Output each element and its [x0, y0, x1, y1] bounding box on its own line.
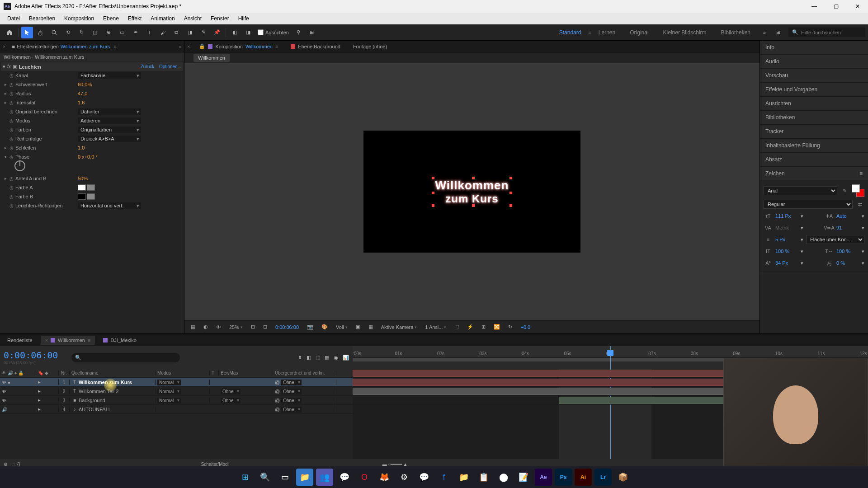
panel-tracker[interactable]: Tracker	[760, 125, 868, 138]
camera-dropdown[interactable]: Aktive Kamera	[378, 324, 420, 331]
viewer[interactable]: Willkommen zum Kurs	[184, 63, 760, 320]
ae-taskbar-icon[interactable]: Ae	[535, 469, 552, 486]
reset-exposure[interactable]: ↻	[505, 323, 515, 331]
help-search-input[interactable]	[801, 30, 862, 35]
exposure-value[interactable]: +0,0	[518, 324, 533, 331]
workspace-standard[interactable]: Standard	[552, 27, 589, 38]
opera-icon[interactable]: O	[356, 469, 373, 486]
layer-name[interactable]: Willkommen Teil 2	[78, 389, 144, 394]
tab-comp-other[interactable]: DJI_Mexiko	[99, 336, 141, 345]
parent-dropdown[interactable]: Ohne	[281, 407, 301, 413]
prop-modus-value[interactable]: Addieren	[78, 117, 141, 124]
help-search[interactable]: 🔍	[788, 28, 865, 37]
prop-radius-value[interactable]: 47,0	[78, 91, 87, 96]
audio-toggle[interactable]: 🔊	[2, 407, 7, 412]
alpha-button[interactable]: ▦	[188, 323, 198, 331]
anchor-tool[interactable]: ⊕	[103, 27, 114, 38]
resolution-dropdown[interactable]: Voll	[333, 324, 350, 331]
tab-renderliste[interactable]: Renderliste	[3, 336, 37, 345]
graph-editor[interactable]: 📊	[343, 355, 349, 361]
visibility-toggle[interactable]: 👁	[2, 380, 6, 385]
whatsapp-icon[interactable]: 💬	[336, 469, 353, 486]
zoom-tool[interactable]	[48, 27, 60, 38]
phase-dial[interactable]	[14, 160, 25, 171]
px-aspect[interactable]: ⬚	[452, 323, 462, 331]
zoom-dropdown[interactable]: 25%	[226, 324, 245, 331]
color-a-swatch[interactable]	[78, 184, 86, 191]
camera-tool[interactable]: ◫	[89, 27, 101, 38]
color-b-swatch[interactable]	[78, 193, 86, 200]
messenger-icon[interactable]: 💬	[415, 469, 433, 486]
frame-blend[interactable]: ▦	[325, 355, 329, 361]
vscale-value[interactable]: 100 %	[775, 249, 798, 254]
layer-search-input[interactable]	[81, 354, 176, 361]
layer-row[interactable]: 👁 ▸ 3 ■ Background Normal Ohne @ Ohne	[0, 396, 353, 405]
font-family[interactable]: Arial	[764, 186, 837, 195]
menu-fenster[interactable]: Fenster	[206, 14, 234, 23]
workspace-kleiner[interactable]: Kleiner Bildschirm	[656, 27, 714, 38]
explorer-icon[interactable]: 📁	[296, 469, 313, 486]
menu-datei[interactable]: Datei	[3, 14, 24, 23]
task-view[interactable]: ▭	[276, 469, 293, 486]
comp-tab-active[interactable]: 🔒 Komposition Willkommen ≡	[195, 42, 282, 51]
ps-taskbar-icon[interactable]: Ps	[555, 469, 572, 486]
parent-dropdown[interactable]: Ohne	[281, 380, 301, 385]
obs-icon[interactable]: ⬤	[495, 469, 512, 486]
selection-tool[interactable]	[21, 27, 33, 38]
kerning-value[interactable]: Metrik	[775, 225, 798, 230]
fast-preview[interactable]: ⚡	[464, 323, 476, 331]
menu-ansicht[interactable]: Ansicht	[179, 14, 206, 23]
layer-row[interactable]: 🔊 ▸ 4 ♪ AUTOUNFALL @ Ohne	[0, 405, 353, 414]
pen-tool[interactable]: ✒	[130, 27, 142, 38]
parent-dropdown[interactable]: Ohne	[281, 398, 301, 404]
panel-vorschau[interactable]: Vorschau	[760, 69, 868, 82]
stopwatch-icon[interactable]: ◷	[8, 72, 14, 79]
fx-icon[interactable]: fx	[7, 64, 11, 69]
prop-farben-value[interactable]: Originalfarben	[78, 127, 141, 133]
parent-dropdown[interactable]: Ohne	[281, 389, 301, 394]
track-matte[interactable]: Ohne	[221, 389, 241, 394]
effect-expand[interactable]: ▾	[3, 64, 5, 70]
facebook-icon[interactable]: f	[435, 469, 453, 486]
prop-reihenfolge-value[interactable]: Dreieck A>B>A	[78, 136, 141, 142]
tl-footer-icon1[interactable]: ⚙	[4, 462, 8, 467]
blend-mode[interactable]: Normal	[157, 398, 181, 404]
zoom-slider[interactable]: ▬ ○━━━━ ▲	[382, 462, 408, 467]
prop-original-value[interactable]: Dahinter	[78, 108, 141, 115]
rotate-tool[interactable]: ↻	[75, 27, 87, 38]
layer-row[interactable]: 👁 ● ▸ 1 T Willkommen zum Kurs Normal @ O…	[0, 378, 353, 387]
menu-hilfe[interactable]: Hilfe	[234, 14, 254, 23]
hand-tool[interactable]	[35, 27, 47, 38]
layer-name[interactable]: AUTOUNFALL	[78, 407, 144, 412]
prop-phase-value[interactable]: 0 x+0,0 °	[78, 154, 98, 160]
menu-effekt[interactable]: Effekt	[123, 14, 146, 23]
comp-mini-flowchart[interactable]: ⬍	[298, 355, 302, 361]
roto-tool[interactable]: ✎	[198, 27, 209, 38]
color-a-picker[interactable]	[87, 184, 95, 191]
layer-search[interactable]: 🔍	[71, 353, 180, 362]
tl-footer-icon3[interactable]: {}	[17, 462, 20, 467]
canvas[interactable]: Willkommen zum Kurs	[363, 131, 580, 253]
mask-button[interactable]: ◐	[201, 323, 211, 331]
close-button[interactable]: ✕	[851, 3, 864, 9]
pickwhip-icon[interactable]: @	[275, 389, 280, 394]
orbit-tool[interactable]: ⟲	[62, 27, 74, 38]
text-layer-preview[interactable]: Willkommen zum Kurs	[435, 178, 509, 205]
menu-animation[interactable]: Animation	[146, 14, 179, 23]
tab-comp-willkommen[interactable]: × Willkommen ≡	[41, 336, 95, 345]
ai-taskbar-icon[interactable]: Ai	[575, 469, 592, 486]
color-b-picker[interactable]	[87, 193, 95, 200]
home-button[interactable]	[4, 27, 15, 38]
app-icon-3[interactable]: 📦	[614, 469, 632, 486]
layer-name[interactable]: Background	[78, 398, 144, 403]
panel-bibliotheken[interactable]: Bibliotheken	[760, 111, 868, 124]
comp-breadcrumb[interactable]: Willkommen	[193, 54, 230, 62]
font-size-value[interactable]: 111 Px	[775, 213, 798, 219]
shape-fill[interactable]: ◧	[229, 27, 241, 38]
transparency-button[interactable]: ▦	[366, 323, 376, 331]
layer-row[interactable]: 👁 ▸ 2 T Willkommen Teil 2 Normal Ohne @ …	[0, 387, 353, 396]
draft-3d[interactable]: ◧	[307, 355, 311, 361]
search-button[interactable]: 🔍	[256, 469, 274, 486]
eyedropper-icon[interactable]: ✎	[840, 186, 849, 195]
panel-absatz[interactable]: Absatz	[760, 153, 868, 166]
